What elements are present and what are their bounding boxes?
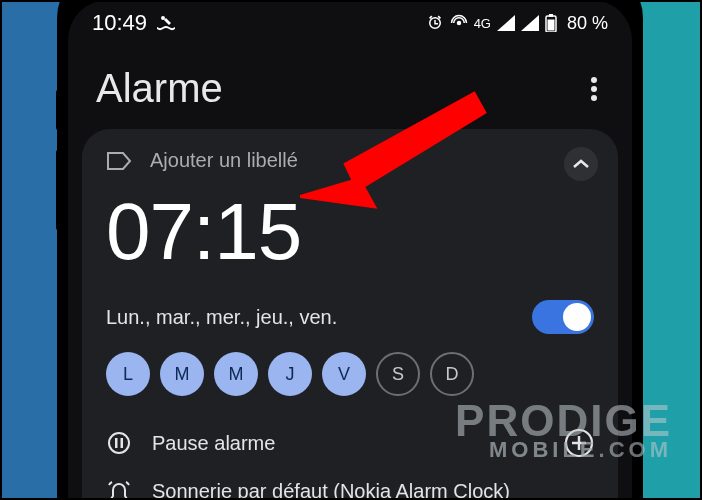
alarm-time[interactable]: 07:15 xyxy=(106,186,594,278)
day-pill[interactable]: D xyxy=(430,352,474,396)
bell-icon xyxy=(106,478,132,500)
day-pill[interactable]: V xyxy=(322,352,366,396)
svg-rect-2 xyxy=(549,14,553,17)
add-label-text: Ajouter un libellé xyxy=(150,149,298,172)
chevron-up-icon xyxy=(572,158,590,170)
more-vert-icon xyxy=(590,76,598,102)
hotspot-icon xyxy=(450,14,468,32)
ringtone-row[interactable]: Sonnerie par défaut (Nokia Alarm Clock) xyxy=(106,468,594,500)
svg-point-5 xyxy=(591,86,597,92)
status-time: 10:49 xyxy=(92,10,147,36)
svg-point-4 xyxy=(591,77,597,83)
signal-icon-2 xyxy=(521,15,539,31)
battery-percent: 80 % xyxy=(567,13,608,34)
svg-point-0 xyxy=(456,21,461,26)
battery-icon xyxy=(545,14,557,32)
day-selector: LMMJVSD xyxy=(106,352,594,396)
swimmer-icon xyxy=(155,15,177,31)
day-pill[interactable]: M xyxy=(160,352,204,396)
day-pill[interactable]: L xyxy=(106,352,150,396)
watermark-line2a: MOBILE xyxy=(489,437,599,462)
alarm-toggle[interactable] xyxy=(532,300,594,334)
signal-icon xyxy=(497,15,515,31)
watermark-line2b: .COM xyxy=(599,437,672,462)
more-menu-button[interactable] xyxy=(584,70,604,108)
alarm-status-icon xyxy=(426,14,444,32)
day-pill[interactable]: M xyxy=(214,352,258,396)
watermark: PRODIGE MOBILE.COM xyxy=(455,401,672,460)
add-label-row[interactable]: Ajouter un libellé xyxy=(106,149,594,172)
collapse-button[interactable] xyxy=(564,147,598,181)
ringtone-label: Sonnerie par défaut (Nokia Alarm Clock) xyxy=(152,480,510,501)
scheduled-days-text: Lun., mar., mer., jeu., ven. xyxy=(106,306,337,329)
watermark-line1: PRODIGE xyxy=(455,401,672,441)
svg-point-6 xyxy=(591,95,597,101)
pause-alarm-label: Pause alarme xyxy=(152,432,275,455)
svg-rect-9 xyxy=(121,438,124,448)
svg-rect-8 xyxy=(115,438,118,448)
pause-alarm-icon xyxy=(106,430,132,456)
status-bar: 10:49 4G 80 % xyxy=(68,0,632,42)
day-pill[interactable]: J xyxy=(268,352,312,396)
network-label: 4G xyxy=(474,16,491,31)
svg-rect-3 xyxy=(547,20,554,31)
label-icon xyxy=(106,151,132,171)
svg-point-7 xyxy=(109,433,129,453)
page-title: Alarme xyxy=(96,66,223,111)
day-pill[interactable]: S xyxy=(376,352,420,396)
